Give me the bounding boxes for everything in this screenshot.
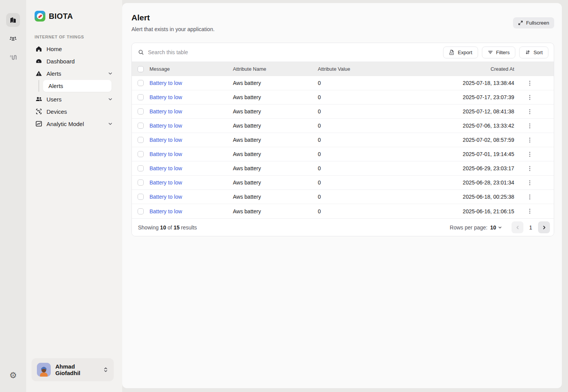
attribute-name-cell: Aws battery xyxy=(233,179,318,186)
sidebar-item-dashboard[interactable]: Dashboard xyxy=(33,55,115,67)
sidebar-item-devices[interactable]: Devices xyxy=(33,106,115,117)
row-checkbox[interactable] xyxy=(138,137,144,143)
message-link[interactable]: Battery to low xyxy=(149,179,233,186)
previous-page-button[interactable] xyxy=(512,221,523,233)
sidebar-subnav-alerts: Alerts xyxy=(38,80,115,92)
created-at-cell: 2025-07-12, 08:41:38 xyxy=(400,108,514,115)
row-checkbox[interactable] xyxy=(138,194,144,200)
fullscreen-label: Fullscreen xyxy=(526,20,549,26)
users-icon xyxy=(35,96,42,103)
column-header-created-at[interactable]: Created At xyxy=(400,66,514,72)
svg-text:csv: csv xyxy=(450,53,453,55)
chevron-left-icon xyxy=(515,225,520,230)
message-link[interactable]: Battery to low xyxy=(149,165,233,171)
row-actions-menu-icon[interactable] xyxy=(527,151,532,158)
rail-cable-button[interactable] xyxy=(6,51,20,65)
column-header-attribute-value[interactable]: Attribute Value xyxy=(318,66,400,72)
created-at-cell: 2025-06-28, 23:01:34 xyxy=(400,179,514,186)
row-checkbox[interactable] xyxy=(138,94,144,100)
sidebar-item-label: Home xyxy=(47,46,62,52)
message-link[interactable]: Battery to low xyxy=(149,123,233,129)
chevron-down-icon xyxy=(108,121,113,126)
message-link[interactable]: Battery to low xyxy=(149,208,233,214)
attribute-name-cell: Aws battery xyxy=(233,123,318,129)
fullscreen-icon xyxy=(518,20,523,25)
attribute-value-cell: 0 xyxy=(318,137,400,143)
attribute-value-cell: 0 xyxy=(318,108,400,115)
row-checkbox[interactable] xyxy=(138,208,144,214)
message-link[interactable]: Battery to low xyxy=(149,151,233,157)
rows-per-page-select[interactable]: Rows per page: 10 xyxy=(450,224,502,231)
brand-name: BIOTA xyxy=(49,12,73,21)
row-actions-menu-icon[interactable] xyxy=(527,122,532,130)
filters-icon xyxy=(488,50,493,55)
select-all-checkbox[interactable] xyxy=(138,66,144,72)
rail-workspace-button[interactable] xyxy=(6,13,20,27)
chevron-down-icon xyxy=(108,96,113,102)
created-at-cell: 2025-07-01, 19:14:45 xyxy=(400,151,514,157)
table-row: Battery to low Aws battery 0 2025-06-29,… xyxy=(132,161,554,176)
row-actions-menu-icon[interactable] xyxy=(527,165,532,172)
attribute-value-cell: 0 xyxy=(318,194,400,200)
biota-logo-icon xyxy=(35,11,45,22)
export-button[interactable]: csv Export xyxy=(443,47,478,58)
cable-icon xyxy=(9,53,17,62)
table-row: Battery to low Aws battery 0 2025-07-02,… xyxy=(132,133,554,147)
created-at-cell: 2025-06-18, 00:25:38 xyxy=(400,194,514,200)
row-checkbox[interactable] xyxy=(138,179,144,186)
row-actions-menu-icon[interactable] xyxy=(527,94,532,101)
table-toolbar: csv Export Filters Sort xyxy=(132,43,554,62)
rail-users-button[interactable] xyxy=(6,32,20,46)
chevron-down-icon xyxy=(108,71,113,76)
row-checkbox[interactable] xyxy=(138,80,144,86)
sidebar-item-home[interactable]: Home xyxy=(33,43,115,55)
table-body: Battery to low Aws battery 0 2025-07-18,… xyxy=(132,76,554,218)
row-actions-menu-icon[interactable] xyxy=(527,179,532,186)
settings-gear-button[interactable]: ⚙ xyxy=(9,371,17,380)
row-actions-menu-icon[interactable] xyxy=(527,193,532,201)
sidebar-item-users[interactable]: Users xyxy=(33,93,115,105)
sidebar-item-alerts[interactable]: Alerts xyxy=(33,68,115,79)
row-checkbox[interactable] xyxy=(138,151,144,157)
attribute-name-cell: Aws battery xyxy=(233,151,318,157)
sidebar-item-analytic-model[interactable]: Analytic Model xyxy=(33,118,115,130)
column-header-attribute-name[interactable]: Attribute Name xyxy=(233,66,318,72)
table-row: Battery to low Aws battery 0 2025-07-01,… xyxy=(132,147,554,161)
main-card: Alert Alert that exists in your applicat… xyxy=(122,3,562,388)
gear-icon: ⚙ xyxy=(9,370,17,380)
search-input[interactable] xyxy=(148,49,439,55)
message-link[interactable]: Battery to low xyxy=(149,108,233,115)
created-at-cell: 2025-06-29, 23:03:17 xyxy=(400,165,514,171)
row-actions-menu-icon[interactable] xyxy=(527,80,532,87)
message-link[interactable]: Battery to low xyxy=(149,80,233,86)
attribute-value-cell: 0 xyxy=(318,208,400,214)
fullscreen-button[interactable]: Fullscreen xyxy=(513,17,554,28)
attribute-name-cell: Aws battery xyxy=(233,80,318,86)
attribute-value-cell: 0 xyxy=(318,123,400,129)
page-subtitle: Alert that exists in your application. xyxy=(131,26,214,32)
row-actions-menu-icon[interactable] xyxy=(527,136,532,144)
avatar xyxy=(37,363,51,377)
user-profile-card[interactable]: Ahmad Giofadhil xyxy=(32,358,114,381)
table-search xyxy=(138,49,439,55)
next-page-button[interactable] xyxy=(538,221,550,233)
message-link[interactable]: Battery to low xyxy=(149,194,233,200)
table-header-row: Message Attribute Name Attribute Value C… xyxy=(132,62,554,76)
row-actions-menu-icon[interactable] xyxy=(527,108,532,115)
message-link[interactable]: Battery to low xyxy=(149,94,233,100)
created-at-cell: 2025-06-16, 21:06:15 xyxy=(400,208,514,214)
row-checkbox[interactable] xyxy=(138,165,144,171)
current-page-number: 1 xyxy=(526,224,536,231)
brand: BIOTA xyxy=(26,11,122,22)
filters-button[interactable]: Filters xyxy=(482,47,515,58)
rows-per-page-value: 10 xyxy=(490,224,496,231)
selector-up-down-icon xyxy=(103,367,108,373)
sort-button[interactable]: Sort xyxy=(519,47,548,58)
sidebar-subitem-alerts[interactable]: Alerts xyxy=(43,80,111,92)
column-header-message[interactable]: Message xyxy=(149,66,233,72)
attribute-value-cell: 0 xyxy=(318,80,400,86)
row-checkbox[interactable] xyxy=(138,108,144,115)
message-link[interactable]: Battery to low xyxy=(149,137,233,143)
row-actions-menu-icon[interactable] xyxy=(527,208,532,215)
row-checkbox[interactable] xyxy=(138,123,144,129)
